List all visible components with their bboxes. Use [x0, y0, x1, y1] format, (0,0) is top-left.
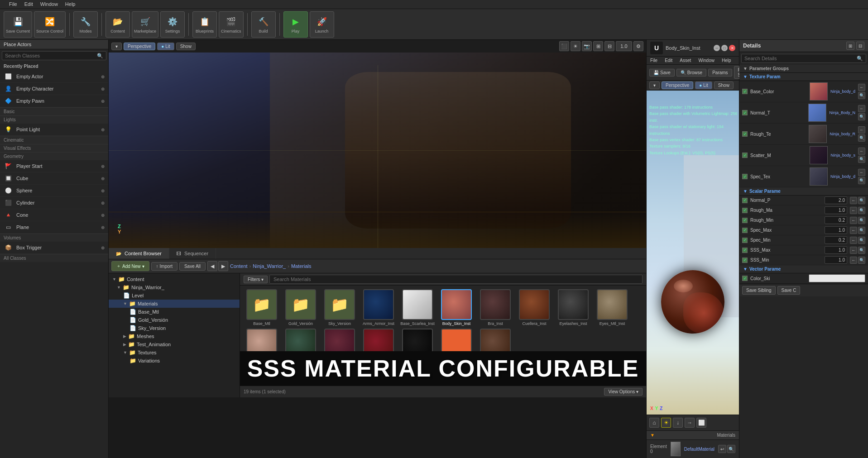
- scalar-reset-1[interactable]: ←: [850, 207, 857, 214]
- minimize-button[interactable]: ─: [714, 45, 720, 51]
- category-basic[interactable]: Basic: [0, 107, 108, 115]
- tex-link-spec[interactable]: Ninja_body_d: [830, 174, 855, 179]
- scalar-search-5[interactable]: 🔍: [858, 247, 865, 254]
- list-item[interactable]: Arms_Armor_Inst: [360, 289, 397, 326]
- main-viewport[interactable]: ▾ Perspective ● Lit Show ⬛ ☀ 📷 ⊞ ⊟ 1.0: [109, 40, 646, 248]
- details-icon-2[interactable]: ⊟: [856, 42, 864, 50]
- scalar-search-4[interactable]: 🔍: [858, 237, 865, 244]
- tex-thumb-rough[interactable]: [809, 125, 827, 143]
- mat-icon-expand[interactable]: ⬜: [696, 418, 706, 428]
- cinematics-button[interactable]: 🎬 Cinematics: [219, 11, 244, 38]
- close-button[interactable]: ✕: [729, 45, 735, 51]
- show-btn[interactable]: Show: [176, 43, 196, 50]
- tree-item-ninja[interactable]: ▼ 📁 Ninja_Warrior_: [109, 283, 240, 291]
- scalar-search-3[interactable]: 🔍: [858, 227, 865, 234]
- cone-add[interactable]: ⊕: [101, 213, 105, 218]
- mat-icon-down[interactable]: ↓: [673, 418, 683, 428]
- mat-browse-button[interactable]: 🔍 Browse: [676, 69, 706, 76]
- list-item[interactable]: Bra_Inst: [477, 289, 513, 326]
- breadcrumb-materials[interactable]: Materials: [291, 263, 312, 269]
- maximize-button[interactable]: □: [721, 45, 728, 51]
- save-c-button[interactable]: Save C: [777, 286, 801, 295]
- breadcrumb-content[interactable]: Content: [230, 263, 248, 269]
- scalar-val-1[interactable]: 1.0: [825, 206, 847, 214]
- scalar-search-2[interactable]: 🔍: [858, 217, 865, 224]
- empty-pawn-add[interactable]: ⊕: [101, 99, 105, 104]
- menu-item-file[interactable]: File: [5, 1, 21, 7]
- actor-item-sphere[interactable]: ⚪ Sphere ⊕: [0, 185, 108, 197]
- filters-button[interactable]: Filters ▾: [244, 276, 268, 283]
- scalar-reset-3[interactable]: ←: [850, 227, 857, 234]
- tex-link-scatter[interactable]: Ninja_body_s: [830, 153, 855, 157]
- mat-row-btn-2[interactable]: 🔍: [727, 445, 735, 453]
- category-all-classes[interactable]: All Classes: [0, 254, 108, 262]
- tree-item-meshes[interactable]: ▶ 📁 Meshes: [109, 332, 240, 340]
- mat-icon-right[interactable]: →: [685, 418, 695, 428]
- actor-item-cube[interactable]: 🔲 Cube ⊕: [0, 172, 108, 185]
- scalar-reset-4[interactable]: ←: [850, 237, 857, 244]
- tree-item-test-anim[interactable]: ▶ 📁 Test_Animation: [109, 340, 240, 348]
- mat-perspective-btn[interactable]: Perspective: [662, 81, 693, 89]
- category-lights[interactable]: Lights: [0, 115, 108, 124]
- search-icon[interactable]: 🔍: [94, 52, 106, 60]
- details-search-input[interactable]: [742, 54, 854, 62]
- perspective-btn[interactable]: Perspective: [124, 43, 155, 50]
- add-new-button[interactable]: ＋ Add New ▾: [111, 261, 149, 271]
- tex-cb-scatter[interactable]: ✓: [742, 153, 748, 158]
- breadcrumb-ninja[interactable]: Ninja_Warrior_: [253, 263, 286, 269]
- texture-param-header[interactable]: ▼ Texture Param: [739, 73, 868, 81]
- mat-row-btn-1[interactable]: ↩: [718, 445, 726, 453]
- mat-params-button[interactable]: Params: [708, 69, 732, 76]
- list-item[interactable]: 📁 Base_Mtl: [244, 289, 280, 326]
- scalar-val-4[interactable]: 0.2: [825, 236, 847, 244]
- scalar-cb-2[interactable]: ✓: [742, 218, 748, 223]
- search-materials-input[interactable]: [269, 275, 643, 284]
- tex-action-arrow-0[interactable]: ←: [858, 84, 865, 91]
- marketplace-button[interactable]: 🛒 Marketplace: [132, 11, 158, 38]
- cb-forward-btn[interactable]: ▶: [218, 261, 228, 271]
- menu-item-window[interactable]: Window: [37, 1, 62, 7]
- box-trigger-add[interactable]: ⊕: [101, 245, 105, 250]
- viewport-icon-6[interactable]: ⚙: [633, 41, 643, 51]
- tex-cb-normal[interactable]: ✓: [742, 110, 748, 115]
- scalar-cb-6[interactable]: ✓: [742, 258, 748, 263]
- sphere-add[interactable]: ⊕: [101, 188, 105, 193]
- category-visual-effects[interactable]: Visual Effects: [0, 144, 108, 152]
- tex-thumb-normal[interactable]: [808, 104, 826, 122]
- content-button[interactable]: 📂 Content: [106, 11, 130, 38]
- lit-btn[interactable]: ● Lit: [157, 43, 174, 50]
- list-item[interactable]: Legs_Clothes_Inst: [321, 329, 358, 351]
- list-item[interactable]: SSS_Ninja_Warrior: [438, 329, 475, 351]
- tree-item-base-mtl[interactable]: 📄 Base_Mtl: [109, 308, 240, 316]
- vector-color-swatch-0[interactable]: [809, 274, 865, 282]
- scalar-cb-4[interactable]: ✓: [742, 238, 748, 243]
- list-item[interactable]: Base_Scarlea_Inst: [399, 289, 436, 326]
- tex-action-search-2[interactable]: 🔍: [858, 134, 865, 142]
- build-button[interactable]: 🔨 Build: [251, 11, 276, 38]
- scalar-search-1[interactable]: 🔍: [858, 207, 865, 214]
- tex-thumb-base-color[interactable]: [810, 82, 828, 100]
- tree-item-variations[interactable]: 📁 Variations: [109, 357, 240, 365]
- viewport-dropdown-btn[interactable]: ▾: [111, 43, 122, 50]
- blueprints-button[interactable]: 📋 Blueprints: [192, 11, 217, 38]
- empty-character-add[interactable]: ⊕: [101, 86, 105, 91]
- menu-file[interactable]: FileEditWindowHelp: [3, 0, 82, 9]
- list-item[interactable]: Straps_Inst: [477, 329, 513, 351]
- list-item[interactable]: Eyelashes_Inst: [555, 289, 591, 326]
- scalar-param-header[interactable]: ▼ Scalar Parame: [739, 187, 868, 196]
- actor-item-player-start[interactable]: 🚩 Player Start ⊕: [0, 160, 108, 172]
- list-item[interactable]: Legs_Armor_Inst: [283, 329, 319, 351]
- tex-link-base-color[interactable]: Ninja_body_d: [830, 89, 855, 94]
- tex-action-arrow-4[interactable]: ←: [858, 169, 865, 176]
- tree-item-gold[interactable]: 📄 Gold_Versión: [109, 316, 240, 324]
- tex-action-search-3[interactable]: 🔍: [858, 156, 865, 163]
- scalar-search-0[interactable]: 🔍: [858, 197, 865, 204]
- mat-icon-home[interactable]: ⌂: [649, 418, 659, 428]
- scalar-reset-0[interactable]: ←: [850, 197, 857, 204]
- scalar-val-6[interactable]: 1.0: [825, 256, 847, 264]
- scalar-reset-2[interactable]: ←: [850, 217, 857, 224]
- launch-button[interactable]: 🚀 Launch: [310, 11, 334, 38]
- mat-dropdown-btn[interactable]: ▾: [649, 81, 660, 89]
- scalar-val-5[interactable]: 1.0: [825, 246, 847, 254]
- save-sibling-button[interactable]: Save Sibling: [742, 286, 776, 295]
